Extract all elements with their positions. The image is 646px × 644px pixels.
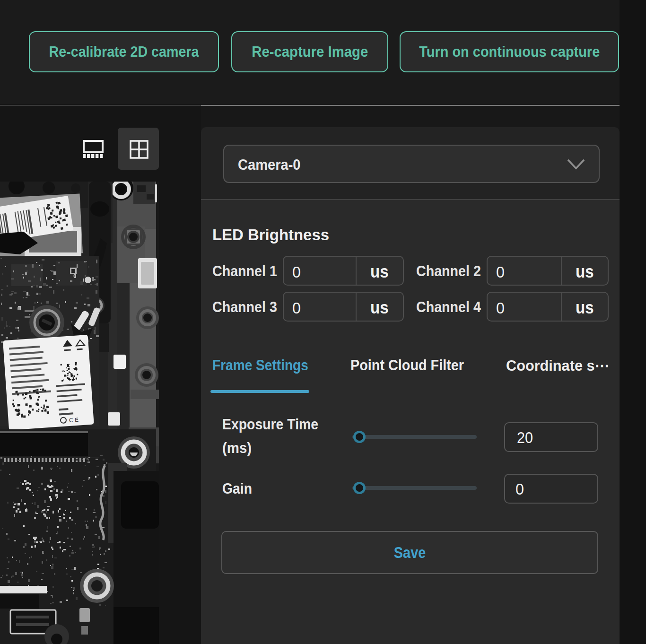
svg-text:C E: C E [69, 417, 79, 424]
